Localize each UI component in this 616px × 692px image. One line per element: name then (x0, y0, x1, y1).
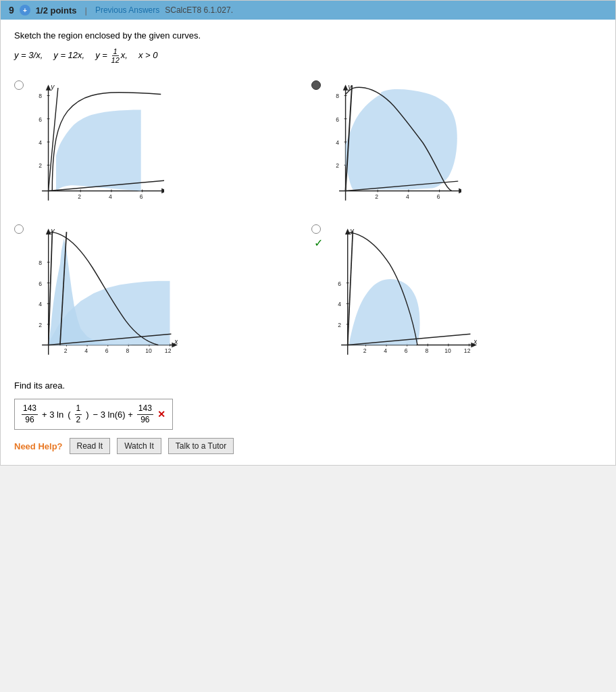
radio-D[interactable] (311, 224, 321, 234)
graph-option-D: ✓ y x 2 4 (311, 219, 602, 370)
svg-marker-2 (46, 84, 51, 91)
paren-open: ( (68, 410, 70, 420)
separator: | (84, 5, 86, 16)
graph-option-A: y x 2 4 6 8 2 (14, 75, 305, 212)
points-badge: + (20, 5, 30, 16)
svg-text:6: 6 (38, 116, 42, 123)
find-area-section: Find its area. 143 96 + 3 ln ( 1 2 ) − 3… (14, 380, 602, 430)
radio-B[interactable] (311, 80, 321, 90)
svg-text:2: 2 (375, 193, 378, 200)
eq3: y = 112x, (95, 47, 128, 64)
question-body: Sketch the region enclosed by the given … (1, 20, 615, 465)
equations: y = 3/x, y = 12x, y = 112x, x > 0 (14, 47, 602, 64)
question-number: 9 (9, 5, 14, 16)
svg-text:2: 2 (38, 162, 42, 169)
svg-text:x: x (461, 184, 461, 191)
svg-marker-22 (343, 84, 349, 91)
graph-B: y x 2 4 6 8 2 4 (326, 75, 602, 212)
find-area-label: Find its area. (14, 380, 602, 391)
radio-C[interactable] (14, 224, 24, 234)
svg-text:6: 6 (437, 193, 440, 200)
graph-C-svg: y x 2 4 6 8 2 4 (29, 219, 178, 368)
svg-text:4: 4 (109, 193, 112, 200)
svg-marker-42 (46, 228, 51, 234)
graph-A-svg: y x 2 4 6 8 2 (29, 75, 164, 210)
svg-text:12: 12 (464, 347, 471, 354)
graph-D-svg: y x 2 4 6 2 4 6 (328, 219, 477, 368)
graph-C: y x 2 4 6 8 2 4 (29, 219, 305, 370)
svg-text:2: 2 (338, 322, 341, 328)
svg-text:4: 4 (406, 193, 409, 200)
svg-text:x: x (174, 337, 178, 345)
svg-text:6: 6 (140, 193, 143, 200)
points-text: 1/2 points (36, 5, 77, 16)
svg-text:6: 6 (338, 280, 341, 287)
plus-sign: + 3 ln (42, 410, 63, 420)
read-it-button[interactable]: Read It (70, 438, 111, 454)
course-code: SCalcET8 6.1.027. (165, 5, 233, 15)
svg-text:x: x (163, 184, 164, 191)
svg-text:6: 6 (105, 347, 109, 354)
question-header: 9 + 1/2 points | Previous Answers SCalcE… (1, 1, 615, 20)
eq2: y = 12x, (53, 50, 84, 60)
svg-text:4: 4 (84, 347, 88, 354)
svg-text:8: 8 (425, 347, 428, 354)
svg-text:6: 6 (336, 116, 339, 123)
svg-text:2: 2 (64, 347, 68, 354)
condition: x > 0 (138, 50, 158, 60)
wrong-icon[interactable]: ✕ (157, 409, 165, 420)
svg-text:6: 6 (405, 347, 408, 354)
svg-text:10: 10 (145, 347, 152, 354)
graph-option-C: y x 2 4 6 8 2 4 (14, 219, 305, 370)
svg-text:2: 2 (336, 162, 339, 169)
graph-option-B: y x 2 4 6 8 2 4 (311, 75, 602, 212)
question-prompt: Sketch the region enclosed by the given … (14, 30, 602, 41)
graph-D: y x 2 4 6 2 4 6 (328, 219, 602, 370)
svg-text:6: 6 (38, 280, 42, 287)
svg-text:4: 4 (38, 139, 42, 146)
svg-text:2: 2 (363, 347, 367, 354)
talk-to-tutor-button[interactable]: Talk to a Tutor (168, 438, 234, 454)
svg-text:4: 4 (338, 301, 341, 307)
fraction-1: 143 96 (22, 403, 38, 425)
svg-text:8: 8 (336, 93, 339, 99)
svg-text:x: x (473, 337, 477, 345)
watch-it-button[interactable]: Watch It (117, 438, 161, 454)
fraction-ln: 1 2 (75, 403, 82, 425)
svg-text:4: 4 (336, 139, 339, 146)
svg-text:8: 8 (126, 347, 129, 354)
graph-B-svg: y x 2 4 6 8 2 4 (326, 75, 461, 210)
svg-marker-68 (345, 228, 351, 234)
prev-answers-link[interactable]: Previous Answers (95, 5, 159, 15)
svg-text:12: 12 (165, 347, 172, 354)
svg-text:10: 10 (444, 347, 451, 354)
svg-text:8: 8 (38, 93, 42, 99)
svg-text:2: 2 (38, 322, 42, 328)
paren-close: ) (86, 410, 88, 420)
svg-text:2: 2 (78, 193, 81, 200)
svg-text:y: y (50, 83, 55, 91)
need-help-label: Need Help? (14, 441, 63, 451)
fraction-2: 143 96 (137, 403, 153, 425)
graphs-grid: y x 2 4 6 8 2 (14, 75, 602, 370)
svg-text:4: 4 (384, 347, 387, 354)
eq1: y = 3/x, (14, 50, 43, 60)
radio-A[interactable] (14, 80, 24, 90)
correct-checkmark: ✓ (314, 237, 323, 249)
minus-sign: − 3 ln(6) + (93, 410, 133, 420)
question-container: 9 + 1/2 points | Previous Answers SCalcE… (0, 0, 616, 466)
need-help-row: Need Help? Read It Watch It Talk to a Tu… (14, 438, 602, 454)
answer-box: 143 96 + 3 ln ( 1 2 ) − 3 ln(6) + 143 96… (14, 399, 173, 430)
graph-A: y x 2 4 6 8 2 (29, 75, 305, 212)
svg-text:8: 8 (38, 260, 42, 266)
svg-text:4: 4 (38, 301, 42, 307)
